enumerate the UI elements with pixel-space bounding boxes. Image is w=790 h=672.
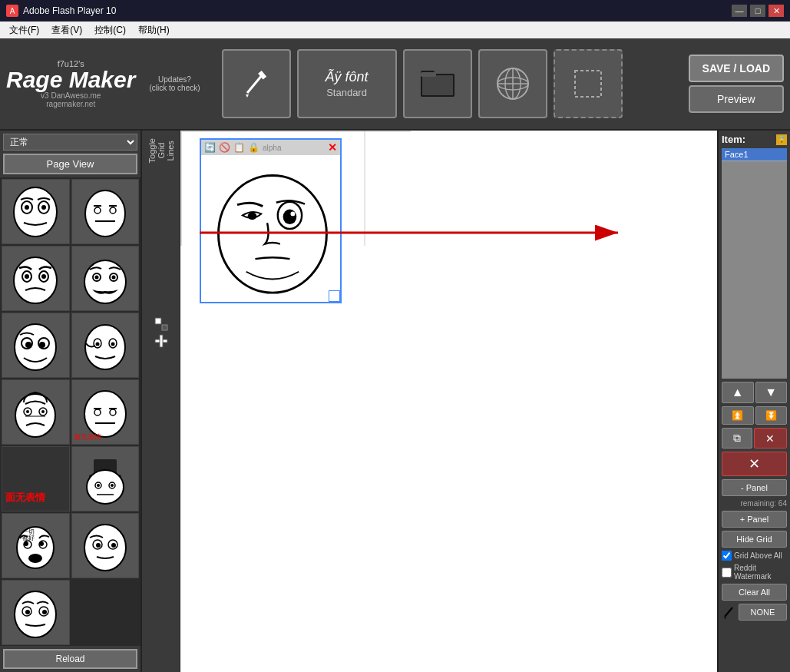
- right-panel: Item: 🔒 Face1 ▲ ▼ ⏫ ⏬ ⧉ ✕ ✕ - Panel rema…: [717, 131, 790, 672]
- item-face1[interactable]: Face1: [722, 148, 787, 161]
- face-item-11[interactable]: 一切 都好: [2, 513, 70, 578]
- toggle-grid-area: ToggleGridLines: [142, 131, 180, 672]
- item-lock-icon: 🔒: [776, 134, 787, 145]
- svg-point-50: [84, 391, 126, 437]
- face-item-1[interactable]: [2, 179, 70, 244]
- svg-point-60: [97, 484, 100, 487]
- face-svg-7: [8, 383, 62, 441]
- face-label-9: 面无表情: [5, 491, 45, 505]
- faces-grid: 面无表情 面无表情: [0, 177, 140, 646]
- svg-point-54: [110, 409, 116, 415]
- preview-button[interactable]: Preview: [689, 85, 784, 113]
- menu-control[interactable]: 控制(C): [88, 24, 132, 37]
- hide-grid-button[interactable]: Hide Grid: [722, 531, 787, 548]
- clear-all-button[interactable]: Clear All: [722, 584, 787, 601]
- select-tool-button[interactable]: [554, 49, 623, 118]
- face-alpha-text: alpha: [263, 144, 281, 152]
- copy-button[interactable]: ⧉: [722, 428, 752, 449]
- move-top-button[interactable]: ⏫: [722, 406, 754, 425]
- face-item-4[interactable]: [71, 246, 140, 311]
- face-item-8[interactable]: 面无表情: [71, 379, 140, 445]
- svg-point-36: [25, 342, 31, 348]
- face-svg-3: [8, 250, 62, 307]
- save-load-button[interactable]: SAVE / LOAD: [689, 55, 784, 82]
- titlebar: A Adobe Flash Player 10 — □ ✕: [0, 0, 790, 22]
- mode-select[interactable]: 正常: [3, 134, 137, 151]
- minus-panel-button[interactable]: - Panel: [722, 479, 787, 496]
- meme-face-container[interactable]: 🔄 🚫 📋 🔒 alpha ✕: [200, 138, 342, 303]
- move-up-button[interactable]: ▲: [722, 382, 754, 403]
- resize-icon-1: [154, 316, 169, 332]
- menu-view[interactable]: 查看(V): [45, 24, 88, 37]
- face-titlebar: 🔄 🚫 📋 🔒 alpha ✕: [201, 140, 340, 155]
- move-buttons-row2: ⏫ ⏬: [722, 406, 787, 425]
- svg-point-95: [290, 211, 295, 216]
- svg-point-74: [96, 543, 101, 548]
- delete-button[interactable]: ✕: [754, 428, 788, 449]
- svg-point-79: [25, 610, 30, 614]
- face-item-7[interactable]: [2, 379, 70, 445]
- face-item-10[interactable]: [71, 446, 140, 511]
- menu-help[interactable]: 帮助(H): [132, 24, 176, 37]
- reload-button[interactable]: Reload: [3, 649, 137, 669]
- svg-point-29: [84, 260, 126, 303]
- toggle-grid-button[interactable]: ToggleGridLines: [147, 138, 175, 163]
- item-label: Item:: [722, 134, 745, 145]
- face-item-3[interactable]: [2, 246, 70, 311]
- logo-main-text: Rage Maker: [6, 68, 135, 91]
- app-title: Adobe Flash Player 10: [23, 5, 732, 16]
- updates-info[interactable]: Updates? (click to check): [149, 75, 200, 92]
- face-item-9[interactable]: 面无表情: [2, 446, 70, 511]
- move-bottom-button[interactable]: ⏬: [755, 406, 788, 425]
- sidebar: 正常 Page View: [0, 131, 142, 672]
- face-svg-10: [78, 450, 132, 508]
- sidebar-controls: 正常 Page View: [0, 131, 140, 177]
- font-tool-button[interactable]: Ãÿ fônt Standard: [297, 49, 397, 118]
- resize-handle[interactable]: [329, 290, 340, 302]
- meme-face-drawing: [201, 155, 340, 302]
- font-top-label: Ãÿ fônt: [326, 69, 369, 85]
- item-header: Item: 🔒: [722, 134, 787, 145]
- svg-point-22: [110, 207, 116, 214]
- remaining-text: remaining: 64: [722, 499, 787, 508]
- svg-point-28: [41, 274, 46, 279]
- face-svg-5: [8, 316, 62, 374]
- svg-point-15: [25, 205, 29, 210]
- face-close-button[interactable]: ✕: [328, 141, 337, 154]
- svg-text:都好: 都好: [22, 535, 35, 541]
- face-svg-1: [8, 183, 62, 240]
- face-item-12[interactable]: [71, 513, 140, 578]
- plus-panel-button[interactable]: + Panel: [722, 511, 787, 528]
- menu-file[interactable]: 文件(F): [3, 24, 45, 37]
- minimize-button[interactable]: —: [732, 5, 747, 17]
- panel-delete-button[interactable]: ✕: [722, 452, 787, 476]
- close-button[interactable]: ✕: [769, 5, 784, 17]
- face-item-13[interactable]: [2, 580, 70, 645]
- page-view-button[interactable]: Page View: [3, 154, 137, 174]
- none-button[interactable]: NONE: [739, 604, 787, 621]
- svg-point-66: [24, 541, 28, 546]
- svg-rect-83: [162, 325, 167, 330]
- item-list: Face1: [722, 148, 787, 379]
- face-item-5[interactable]: [2, 313, 70, 378]
- reddit-watermark-checkbox[interactable]: [722, 568, 732, 578]
- window-controls[interactable]: — □ ✕: [732, 5, 784, 17]
- maximize-button[interactable]: □: [750, 5, 765, 17]
- face-icon-3: 📋: [233, 142, 245, 153]
- face-svg-13: [8, 584, 62, 641]
- folder-tool-button[interactable]: [403, 49, 472, 118]
- canvas-area[interactable]: 🔄 🚫 📋 🔒 alpha ✕: [180, 131, 717, 672]
- svg-point-62: [111, 484, 114, 487]
- face-svg-11: 一切 都好: [8, 517, 62, 574]
- svg-rect-85: [160, 335, 163, 347]
- face-item-6[interactable]: [71, 313, 140, 378]
- face-lock-icon: 🔒: [248, 142, 259, 153]
- grid-above-checkbox[interactable]: [722, 551, 732, 561]
- globe-tool-button[interactable]: [478, 49, 547, 118]
- move-buttons-row1: ▲ ▼: [722, 382, 787, 403]
- face-item-2[interactable]: [71, 179, 140, 244]
- pencil-tool-button[interactable]: [222, 49, 291, 118]
- folder-icon: [418, 65, 457, 103]
- move-down-button[interactable]: ▼: [755, 382, 788, 403]
- app-icon: A: [6, 5, 18, 17]
